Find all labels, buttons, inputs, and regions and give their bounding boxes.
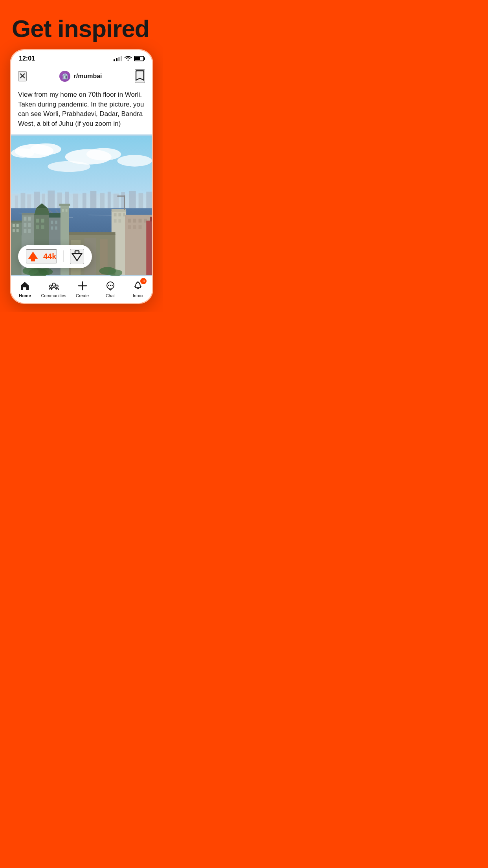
svg-point-100: [50, 285, 52, 287]
post-title: View from my home on 70th floor in Worli…: [18, 90, 145, 129]
svg-marker-52: [34, 208, 50, 215]
svg-rect-41: [13, 229, 15, 232]
vote-divider: [63, 250, 64, 262]
nav-item-inbox[interactable]: 3 Inbox: [126, 280, 150, 298]
svg-rect-79: [133, 219, 136, 223]
communities-icon-wrap: [48, 280, 60, 292]
hero-section: Get inspired: [0, 0, 163, 49]
svg-rect-57: [41, 225, 44, 229]
nav-item-chat[interactable]: Chat: [99, 280, 122, 298]
nav-label-inbox: Inbox: [133, 293, 143, 298]
svg-point-2: [30, 143, 61, 155]
svg-rect-71: [117, 195, 125, 197]
svg-rect-25: [129, 191, 136, 209]
chat-icon-wrap: [104, 280, 117, 292]
phone-outer: 12:01: [0, 49, 163, 312]
svg-rect-88: [69, 232, 116, 235]
svg-rect-27: [146, 191, 152, 209]
svg-rect-22: [108, 191, 111, 209]
downvote-button[interactable]: [70, 249, 84, 264]
svg-rect-56: [36, 225, 39, 229]
svg-rect-50: [28, 229, 31, 233]
nav-label-create: Create: [76, 293, 89, 298]
svg-rect-49: [24, 229, 26, 233]
battery-icon: [134, 56, 144, 61]
subreddit-info: 🏛️ r/mumbai: [59, 71, 102, 82]
svg-rect-60: [51, 221, 53, 224]
subreddit-name: r/mumbai: [73, 73, 102, 80]
page-wrapper: Get inspired 12:01: [0, 0, 163, 312]
nav-item-create[interactable]: Create: [71, 280, 94, 298]
svg-rect-61: [55, 221, 57, 224]
close-button[interactable]: ✕: [18, 71, 27, 81]
svg-rect-75: [114, 219, 117, 223]
create-icon-wrap: [76, 280, 89, 292]
svg-rect-66: [62, 209, 64, 211]
svg-point-3: [11, 148, 34, 158]
svg-rect-40: [17, 224, 19, 227]
svg-rect-55: [41, 219, 44, 223]
svg-rect-65: [59, 204, 70, 206]
svg-point-106: [110, 285, 111, 286]
svg-rect-62: [51, 226, 53, 230]
svg-rect-15: [48, 190, 55, 209]
create-icon: [77, 281, 88, 291]
bottom-nav: Home Communities: [11, 276, 152, 303]
svg-rect-84: [139, 225, 142, 229]
svg-point-94: [39, 268, 53, 275]
svg-rect-18: [73, 193, 78, 209]
inbox-icon-wrap: 3: [132, 280, 144, 292]
bookmark-button[interactable]: [135, 69, 145, 83]
status-icons: [114, 55, 144, 62]
upvote-arrow-icon: [27, 250, 39, 263]
status-time: 12:01: [19, 55, 35, 62]
svg-rect-85: [146, 221, 152, 275]
svg-rect-76: [118, 219, 121, 223]
svg-rect-83: [133, 225, 136, 229]
svg-rect-20: [90, 191, 97, 209]
svg-rect-67: [66, 209, 68, 211]
svg-rect-70: [124, 195, 125, 210]
svg-rect-21: [100, 193, 105, 209]
bookmark-icon: [136, 70, 144, 81]
svg-rect-63: [55, 226, 57, 230]
svg-point-107: [112, 285, 113, 286]
svg-rect-74: [123, 213, 125, 216]
svg-rect-72: [114, 213, 117, 216]
post-image: 44k: [11, 134, 152, 276]
svg-point-105: [108, 285, 109, 286]
svg-point-93: [23, 267, 38, 275]
nav-label-communities: Communities: [41, 293, 66, 298]
svg-rect-11: [21, 193, 26, 209]
svg-rect-73: [118, 213, 121, 216]
downvote-arrow-icon: [71, 250, 83, 262]
svg-rect-98: [75, 251, 79, 254]
svg-rect-47: [24, 223, 26, 227]
vote-count: 44k: [43, 252, 56, 261]
svg-rect-46: [28, 217, 31, 221]
subreddit-icon: 🏛️: [59, 71, 70, 82]
nav-item-communities[interactable]: Communities: [41, 280, 66, 298]
svg-rect-80: [139, 219, 142, 223]
svg-point-99: [52, 283, 55, 286]
svg-rect-44: [22, 213, 35, 215]
vote-bar: 44k: [18, 245, 92, 268]
svg-rect-97: [31, 259, 35, 261]
post-header: ✕ 🏛️ r/mumbai: [11, 65, 152, 87]
home-icon-wrap: [18, 280, 31, 292]
hero-title: Get inspired: [12, 16, 151, 41]
home-icon: [20, 281, 30, 291]
post-text-section: View from my home on 70th floor in Worli…: [11, 87, 152, 134]
svg-rect-59: [49, 213, 61, 217]
svg-rect-54: [36, 219, 39, 223]
upvote-button[interactable]: 44k: [26, 249, 57, 263]
svg-rect-10: [15, 195, 18, 209]
svg-rect-86: [150, 217, 152, 221]
svg-point-101: [56, 285, 58, 287]
status-bar: 12:01: [11, 50, 152, 65]
phone-screen: 12:01: [10, 49, 153, 304]
svg-rect-39: [13, 224, 15, 227]
nav-item-home[interactable]: Home: [13, 280, 37, 298]
svg-rect-48: [28, 223, 31, 227]
svg-point-5: [86, 148, 121, 160]
